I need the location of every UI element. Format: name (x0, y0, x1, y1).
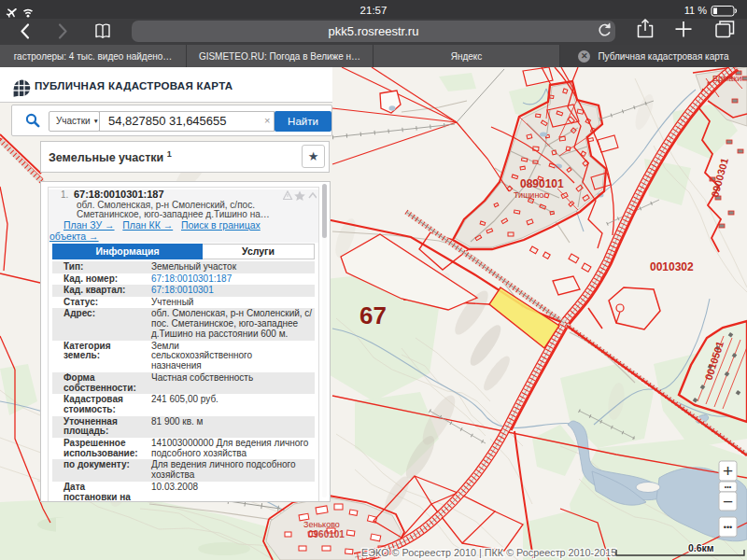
svg-text:0010302: 0010302 (650, 260, 694, 273)
svg-text:•••: ••• (725, 483, 732, 490)
svg-text:21:57: 21:57 (360, 5, 388, 16)
svg-text:0960101: 0960101 (308, 529, 345, 539)
svg-text:•••: ••• (724, 523, 732, 532)
svg-text:Ермаки: Ермаки (712, 74, 741, 83)
svg-text:Тишино: Тишино (514, 190, 543, 200)
svg-text:67: 67 (359, 301, 387, 329)
svg-text:−: − (723, 492, 733, 511)
svg-text:11 %: 11 % (684, 5, 707, 16)
svg-text:ЕЭКО © Росреестр 2010 | ПКК ©: ЕЭКО © Росреестр 2010 | ПКК © Росреестр … (361, 547, 616, 558)
svg-text:0.6км: 0.6км (688, 542, 714, 553)
svg-text:0890101: 0890101 (520, 177, 564, 190)
svg-text:Зеньково: Зеньково (303, 520, 340, 529)
svg-text:+: + (723, 461, 733, 481)
